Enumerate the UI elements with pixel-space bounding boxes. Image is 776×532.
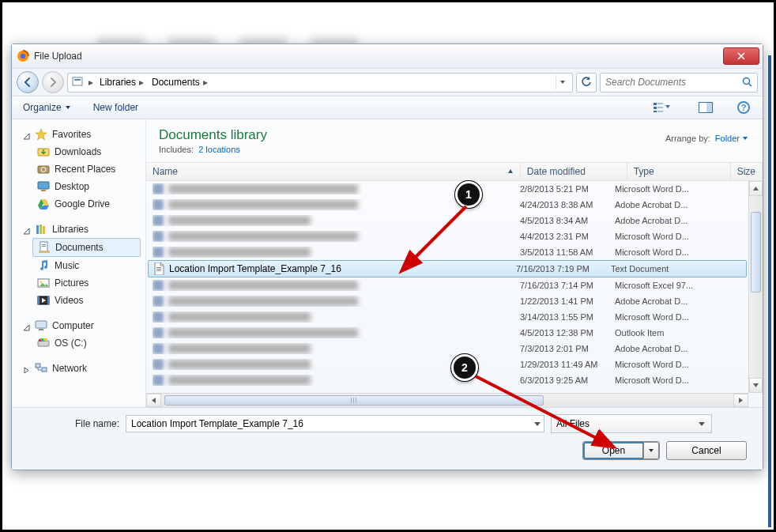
column-size[interactable]: Size: [731, 163, 763, 180]
preview-pane-button[interactable]: [695, 98, 717, 117]
breadcrumb-documents[interactable]: Documents▸: [147, 74, 209, 92]
file-name-blurred: [168, 344, 311, 353]
sidebar-item-documents[interactable]: Documents: [32, 238, 141, 257]
expand-arrow-icon: [23, 131, 30, 138]
file-type: Microsoft Word D...: [615, 360, 706, 369]
file-row[interactable]: 3/14/2013 1:55 PMMicrosoft Word D...: [146, 309, 748, 325]
svg-rect-34: [36, 321, 47, 328]
close-button[interactable]: [723, 47, 759, 65]
scroll-down-button[interactable]: [749, 378, 763, 393]
sidebar-item-music[interactable]: Music: [15, 257, 145, 274]
file-icon-blurred: [153, 247, 164, 258]
file-icon-blurred: [153, 231, 164, 242]
svg-rect-44: [156, 269, 161, 270]
sidebar-network[interactable]: Network: [15, 360, 145, 377]
file-name-blurred: [168, 360, 311, 369]
column-date[interactable]: Date modified: [521, 163, 627, 180]
sidebar-item-google-drive[interactable]: Google Drive: [15, 195, 145, 213]
vertical-scrollbar[interactable]: [748, 181, 763, 393]
svg-rect-45: [156, 270, 161, 271]
file-date: 4/4/2013 2:31 PM: [520, 232, 615, 241]
svg-rect-2: [73, 77, 82, 85]
svg-point-30: [40, 281, 43, 284]
cancel-button[interactable]: Cancel: [666, 441, 747, 460]
svg-point-1: [21, 54, 25, 58]
file-upload-dialog: File Upload ▸ Libraries▸ Documents▸: [11, 43, 763, 470]
file-name-blurred: [168, 232, 358, 241]
column-type[interactable]: Type: [627, 163, 731, 180]
horizontal-scrollbar[interactable]: [146, 393, 748, 407]
annotation-arrow-2: [473, 372, 623, 455]
sidebar-item-downloads[interactable]: Downloads: [15, 143, 145, 160]
open-split-button[interactable]: [643, 442, 659, 459]
forward-button[interactable]: [42, 71, 64, 93]
star-icon: [35, 128, 47, 141]
svg-line-47: [476, 376, 612, 446]
chevron-right-icon[interactable]: ▸: [89, 77, 93, 88]
sidebar-item-pictures[interactable]: Pictures: [15, 274, 145, 292]
file-row[interactable]: 1/22/2013 1:41 PMAdobe Acrobat D...: [146, 293, 748, 309]
sidebar-item-os-c[interactable]: OS (C:): [15, 334, 145, 352]
sidebar-favorites[interactable]: Favorites: [15, 126, 145, 143]
organize-menu[interactable]: Organize: [20, 100, 74, 115]
file-row[interactable]: 2/8/2013 5:21 PMMicrosoft Word D...: [146, 181, 748, 197]
help-button[interactable]: ?: [733, 98, 755, 117]
scroll-up-button[interactable]: [749, 181, 763, 196]
file-type: Adobe Acrobat D...: [615, 216, 706, 225]
svg-rect-20: [38, 182, 49, 189]
view-mode-button[interactable]: [644, 98, 679, 117]
arrange-mode-button[interactable]: Folder: [715, 134, 748, 143]
svg-rect-8: [654, 111, 657, 112]
libraries-icon: [35, 223, 47, 236]
sidebar-item-recent-places[interactable]: Recent Places: [15, 160, 145, 178]
downloads-icon: [37, 145, 50, 158]
bottom-bar: File name: All Files Open: [12, 407, 763, 470]
file-date: 2/8/2013 5:21 PM: [520, 184, 615, 194]
file-row[interactable]: 6/3/2013 9:25 AMMicrosoft Word D...: [146, 372, 748, 388]
new-folder-label: New folder: [93, 102, 138, 113]
file-icon-blurred: [153, 199, 164, 210]
file-row[interactable]: 1/29/2013 11:49 AMMicrosoft Word D...: [146, 357, 748, 372]
sidebar-item-desktop[interactable]: Desktop: [15, 178, 145, 195]
sidebar-libraries[interactable]: Libraries: [15, 221, 145, 238]
file-type: Microsoft Excel 97...: [615, 281, 706, 290]
breadcrumb[interactable]: ▸ Libraries▸ Documents▸: [67, 73, 573, 92]
svg-rect-42: [42, 368, 47, 372]
breadcrumb-dropdown[interactable]: [556, 75, 569, 89]
scroll-left-button[interactable]: [146, 394, 161, 407]
svg-rect-7: [654, 107, 657, 109]
sidebar-libraries-label: Libraries: [52, 224, 89, 235]
file-date: 7/16/2013 7:14 PM: [520, 281, 615, 290]
svg-rect-3: [74, 79, 81, 81]
new-folder-button[interactable]: New folder: [90, 100, 141, 115]
file-icon-blurred: [153, 327, 164, 338]
sidebar-computer-label: Computer: [52, 320, 94, 331]
sidebar-item-videos[interactable]: Videos: [15, 292, 145, 309]
file-row[interactable]: 4/5/2013 12:38 PMOutlook Item: [146, 325, 748, 341]
sidebar-computer[interactable]: Computer: [15, 317, 145, 334]
breadcrumb-libraries[interactable]: Libraries▸: [95, 74, 145, 92]
file-icon-blurred: [153, 183, 164, 194]
svg-rect-26: [42, 244, 46, 245]
file-icon-blurred: [153, 215, 164, 226]
sidebar-network-label: Network: [52, 363, 87, 374]
svg-rect-40: [43, 338, 47, 341]
google-drive-icon: [37, 198, 50, 210]
search-box[interactable]: [600, 73, 758, 92]
vscroll-thumb[interactable]: [751, 212, 761, 292]
search-input[interactable]: [604, 76, 741, 89]
annotation-arrow-1: [395, 202, 482, 281]
recent-places-icon: [37, 163, 50, 175]
file-type: Adobe Acrobat D...: [615, 296, 706, 306]
file-row[interactable]: 7/3/2013 2:01 PMAdobe Acrobat D...: [146, 341, 748, 357]
sort-asc-icon: [507, 166, 514, 177]
file-name-blurred: [168, 216, 311, 225]
file-icon-blurred: [153, 311, 164, 323]
locations-link[interactable]: 2 locations: [198, 145, 240, 154]
file-name-blurred: [168, 281, 358, 290]
column-name[interactable]: Name: [146, 163, 521, 180]
scroll-right-button[interactable]: [733, 394, 748, 407]
library-title: Documents library: [159, 127, 750, 143]
back-button[interactable]: [17, 71, 39, 93]
refresh-button[interactable]: [576, 73, 597, 92]
